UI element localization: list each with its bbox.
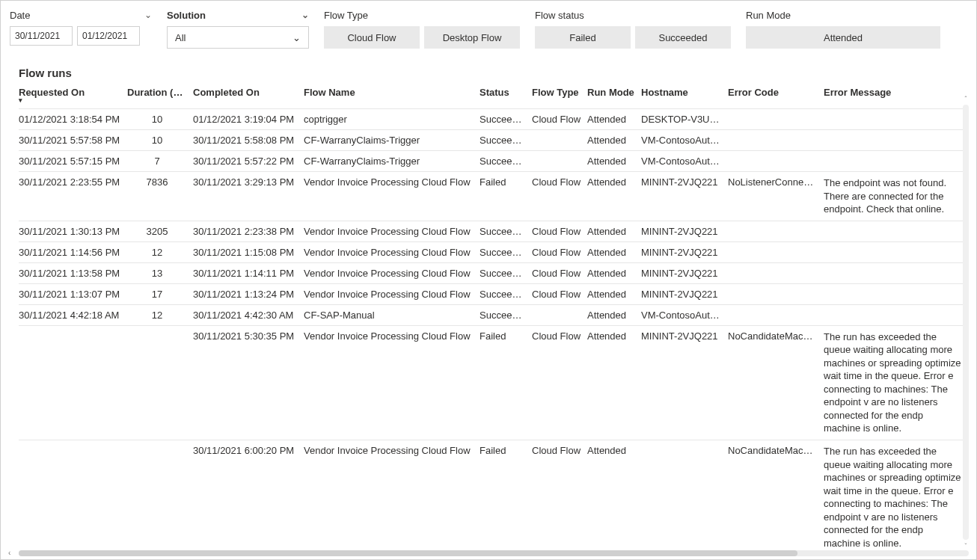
cell-error-code: NoCandidateMachine [728, 440, 824, 555]
cell-flow-type: Cloud Flow [532, 221, 587, 241]
solution-select[interactable]: All ⌄ [167, 26, 309, 49]
col-error-code[interactable]: Error Code [728, 82, 824, 109]
cell-requested-on: 30/11/2021 1:14:56 PM [19, 241, 127, 262]
col-duration[interactable]: Duration (Sec) [127, 82, 193, 109]
cell-error-message [824, 221, 967, 241]
cell-status: Succeeded [480, 304, 532, 325]
table-row[interactable]: 30/11/2021 1:30:13 PM320530/11/2021 2:23… [19, 221, 967, 241]
cell-flow-name: coptrigger [304, 109, 480, 130]
filter-solution-header[interactable]: Solution ⌄ [167, 7, 309, 23]
col-error-message[interactable]: Error Message [824, 82, 967, 109]
col-flow-type[interactable]: Flow Type [532, 82, 587, 109]
solution-value: All [175, 32, 186, 43]
cell-status: Failed [480, 325, 532, 440]
cell-error-message: The run has exceeded the queue waiting a… [824, 325, 967, 440]
col-flow-name[interactable]: Flow Name [304, 82, 480, 109]
cell-duration: 10 [127, 130, 193, 151]
col-status[interactable]: Status [480, 82, 532, 109]
table-row[interactable]: 30/11/2021 1:13:58 PM1330/11/2021 1:14:1… [19, 262, 967, 283]
filter-flow-type-label: Flow Type [324, 7, 520, 23]
scroll-down-icon[interactable]: ˇ [963, 541, 969, 550]
table-row[interactable]: 01/12/2021 3:18:54 PM1001/12/2021 3:19:0… [19, 109, 967, 130]
cell-flow-type [532, 304, 587, 325]
table-row[interactable]: 30/11/2021 5:30:35 PMVendor Invoice Proc… [19, 325, 967, 440]
cell-requested-on: 30/11/2021 4:42:18 AM [19, 304, 127, 325]
flow-type-desktop[interactable]: Desktop Flow [424, 26, 520, 49]
table-row[interactable]: 30/11/2021 5:57:15 PM730/11/2021 5:57:22… [19, 151, 967, 172]
filter-solution: Solution ⌄ All ⌄ [167, 7, 309, 49]
cell-run-mode: Attended [587, 283, 641, 304]
cell-requested-on: 30/11/2021 1:30:13 PM [19, 221, 127, 241]
cell-status: Succeeded [480, 262, 532, 283]
cell-duration [127, 325, 193, 440]
scroll-left-icon[interactable]: ‹ [8, 549, 10, 557]
flow-status-failed[interactable]: Failed [535, 26, 631, 49]
col-completed-on[interactable]: Completed On [193, 82, 304, 109]
cell-requested-on [19, 440, 127, 555]
run-mode-attended[interactable]: Attended [746, 26, 940, 49]
cell-run-mode: Attended [587, 304, 641, 325]
cell-status: Succeeded [480, 151, 532, 172]
cell-error-message: The endpoint was not found. There are co… [824, 172, 967, 221]
cell-flow-type: Cloud Flow [532, 241, 587, 262]
table-row[interactable]: 30/11/2021 4:42:18 AM1230/11/2021 4:42:3… [19, 304, 967, 325]
cell-error-code [728, 151, 824, 172]
cell-duration: 3205 [127, 221, 193, 241]
cell-completed-on: 30/11/2021 1:14:11 PM [193, 262, 304, 283]
cell-flow-name: Vendor Invoice Processing Cloud Flow [304, 440, 480, 555]
cell-error-message [824, 262, 967, 283]
cell-hostname: MININT-2VJQ221 [641, 325, 728, 440]
col-run-mode[interactable]: Run Mode [587, 82, 641, 109]
cell-error-message [824, 241, 967, 262]
cell-hostname: MININT-2VJQ221 [641, 172, 728, 221]
cell-error-code [728, 304, 824, 325]
cell-completed-on: 30/11/2021 1:15:08 PM [193, 241, 304, 262]
vertical-scrollbar[interactable]: ˆ ˇ [963, 105, 969, 540]
cell-completed-on: 30/11/2021 5:57:22 PM [193, 151, 304, 172]
table-row[interactable]: 30/11/2021 2:23:55 PM783630/11/2021 3:29… [19, 172, 967, 221]
filter-run-mode-label: Run Mode [746, 7, 967, 23]
cell-completed-on: 01/12/2021 3:19:04 PM [193, 109, 304, 130]
cell-duration: 17 [127, 283, 193, 304]
cell-hostname: VM-ContosoAutoC [641, 151, 728, 172]
flow-type-cloud[interactable]: Cloud Flow [324, 26, 420, 49]
scroll-thumb[interactable] [19, 550, 797, 556]
filter-date-header[interactable]: Date ⌄ [10, 7, 152, 23]
cell-error-code [728, 262, 824, 283]
cell-completed-on: 30/11/2021 6:00:20 PM [193, 440, 304, 555]
table-row[interactable]: 30/11/2021 1:14:56 PM1230/11/2021 1:15:0… [19, 241, 967, 262]
cell-hostname: VM-ContosoAutoC [641, 304, 728, 325]
table-row[interactable]: 30/11/2021 6:00:20 PMVendor Invoice Proc… [19, 440, 967, 555]
cell-error-message [824, 109, 967, 130]
filter-solution-label: Solution [167, 10, 206, 21]
table-wrap: Requested On ▾ Duration (Sec) Completed … [1, 82, 976, 559]
scroll-up-icon[interactable]: ˆ [963, 94, 969, 103]
horizontal-scrollbar[interactable]: ‹ › [19, 550, 969, 556]
cell-run-mode: Attended [587, 130, 641, 151]
flow-status-succeeded[interactable]: Succeeded [635, 26, 731, 49]
cell-flow-type: Cloud Flow [532, 283, 587, 304]
col-requested-on-label: Requested On [19, 87, 85, 98]
cell-hostname [641, 440, 728, 555]
cell-completed-on: 30/11/2021 1:13:24 PM [193, 283, 304, 304]
cell-run-mode: Attended [587, 151, 641, 172]
cell-requested-on: 30/11/2021 2:23:55 PM [19, 172, 127, 221]
cell-requested-on: 30/11/2021 5:57:58 PM [19, 130, 127, 151]
cell-flow-type: Cloud Flow [532, 440, 587, 555]
cell-flow-name: Vendor Invoice Processing Cloud Flow [304, 262, 480, 283]
cell-flow-name: CF-WarranyClaims-Trigger [304, 151, 480, 172]
filter-flow-type: Flow Type Cloud Flow Desktop Flow [324, 7, 520, 49]
table-row[interactable]: 30/11/2021 1:13:07 PM1730/11/2021 1:13:2… [19, 283, 967, 304]
col-hostname[interactable]: Hostname [641, 82, 728, 109]
cell-requested-on: 30/11/2021 5:57:15 PM [19, 151, 127, 172]
table-row[interactable]: 30/11/2021 5:57:58 PM1030/11/2021 5:58:0… [19, 130, 967, 151]
cell-error-message: The run has exceeded the queue waiting a… [824, 440, 967, 555]
col-requested-on[interactable]: Requested On ▾ [19, 82, 127, 109]
date-to-input[interactable] [77, 26, 140, 46]
filter-flow-status: Flow status Failed Succeeded [535, 7, 731, 49]
cell-requested-on: 30/11/2021 1:13:07 PM [19, 283, 127, 304]
cell-hostname: DESKTOP-V3UJ11I [641, 109, 728, 130]
cell-error-code [728, 130, 824, 151]
filter-flow-status-label: Flow status [535, 7, 731, 23]
date-from-input[interactable] [10, 26, 73, 46]
